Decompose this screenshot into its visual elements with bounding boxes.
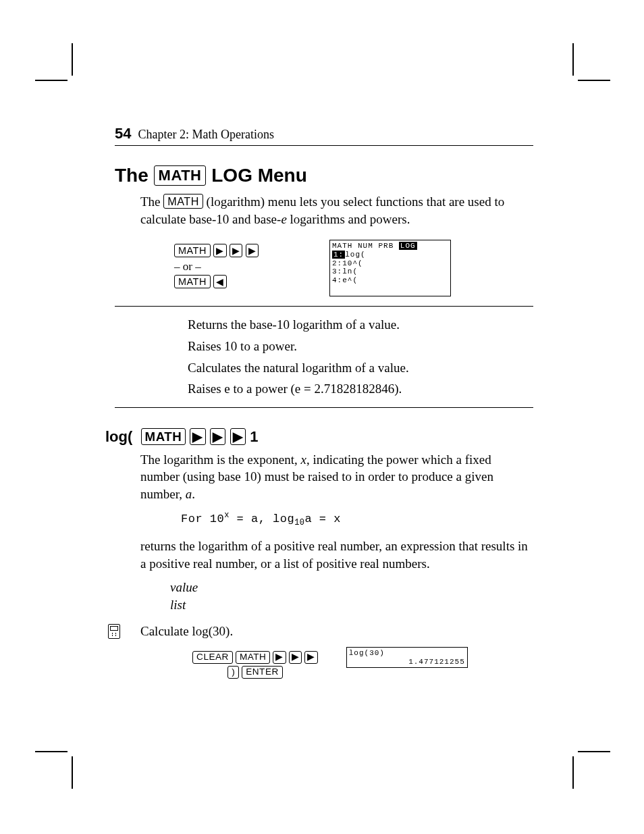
page-number: 54 <box>115 125 131 142</box>
example-prompt: Calculate log(30). <box>140 623 533 640</box>
right-arrow-key: ▶ <box>304 651 318 664</box>
right-arrow-key: ▶ <box>273 651 286 664</box>
function-desc: Raises e to a power (e = 2.71828182846). <box>188 380 533 398</box>
function-desc: Raises 10 to a power. <box>188 338 533 355</box>
active-tab: LOG <box>399 242 417 250</box>
clear-key: CLEAR <box>192 651 233 664</box>
selected-item: 1: <box>332 251 345 259</box>
right-arrow-key: ▶ <box>289 651 302 664</box>
function-list: Returns the base-10 logarithm of a value… <box>188 316 533 398</box>
crop-mark <box>572 43 574 76</box>
divider <box>115 407 533 408</box>
returns-text: returns the logarithm of a positive real… <box>140 538 533 572</box>
subsection-title: log( MATH ▶ ▶ ▶ 1 <box>105 428 533 446</box>
screen-result: 1.477121255 <box>349 658 465 667</box>
calculator-screen: MATH NUM PRB LOG 1:log( 2:10^( 3:ln( 4:e… <box>329 240 451 296</box>
key-sequence: MATH ▶ ▶ ▶ – or – MATH ◀ <box>140 240 329 290</box>
math-key: MATH <box>141 428 186 445</box>
divider <box>115 306 533 307</box>
crop-mark <box>72 756 73 789</box>
crop-mark <box>35 751 68 752</box>
menu-item: 4:e^( <box>332 276 448 285</box>
crop-mark <box>572 756 574 789</box>
right-arrow-key: ▶ <box>230 428 246 445</box>
intro-text: The MATH (logarithm) menu lets you selec… <box>140 193 533 228</box>
left-arrow-key: ◀ <box>213 275 227 288</box>
syntax-block: value list <box>170 579 533 613</box>
function-desc: Returns the base-10 logarithm of a value… <box>188 316 533 334</box>
example: Calculate log(30). CLEAR MATH ▶ ▶ ▶ ) EN… <box>140 623 533 679</box>
close-paren-key: ) <box>227 666 239 679</box>
math-key: MATH <box>236 651 271 664</box>
right-arrow-key: ▶ <box>213 244 227 257</box>
right-arrow-key: ▶ <box>190 428 206 445</box>
crop-mark <box>578 751 610 752</box>
enter-key: ENTER <box>242 666 283 679</box>
crop-mark <box>578 80 610 81</box>
menu-item: 2:10^( <box>332 259 448 268</box>
right-arrow-key: ▶ <box>230 244 243 257</box>
calculator-screen: log(30) 1.477121255 <box>346 647 468 668</box>
menu-item: 3:ln( <box>332 267 448 276</box>
math-key-icon: MATH <box>154 165 207 186</box>
right-arrow-key: ▶ <box>210 428 226 445</box>
syntax-line: list <box>170 596 533 614</box>
math-key: MATH <box>174 275 211 288</box>
log-description: The logarithm is the exponent, x, indica… <box>140 451 533 503</box>
syntax-line: value <box>170 579 533 596</box>
running-head: 54Chapter 2: Math Operations <box>115 125 533 146</box>
chapter-title: Chapter 2: Math Operations <box>138 128 273 141</box>
math-key: MATH <box>163 194 203 209</box>
formula: For 10x = a, log10a = x <box>181 510 533 528</box>
right-arrow-key: ▶ <box>246 244 259 257</box>
function-desc: Calculates the natural logarithm of a va… <box>188 359 533 377</box>
example-keys: CLEAR MATH ▶ ▶ ▶ ) ENTER <box>140 647 343 679</box>
calculator-icon <box>108 624 120 639</box>
math-key: MATH <box>174 244 211 257</box>
section-title: The MATH LOG Menu <box>115 165 533 186</box>
or-text: – or – <box>174 259 329 275</box>
screen-line: log(30) <box>349 649 465 658</box>
crop-mark <box>72 43 73 76</box>
menu-access-row: MATH ▶ ▶ ▶ – or – MATH ◀ MATH NUM PRB LO… <box>140 240 533 296</box>
crop-mark <box>35 80 68 81</box>
